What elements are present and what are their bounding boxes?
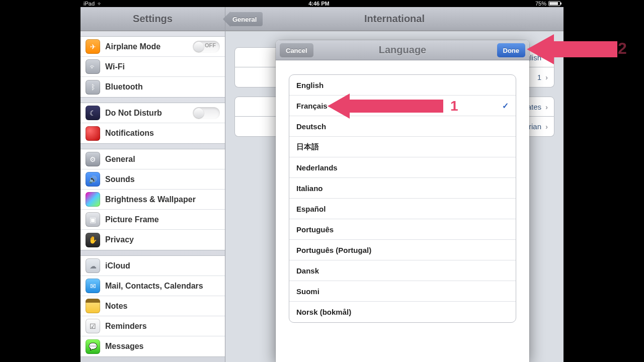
speaker-icon: 🔊: [86, 172, 100, 187]
settings-sidebar: Settings ✈ Airplane Mode OFF ᯤ Wi-Fi ᛒ: [80, 7, 225, 362]
notifications-icon: [86, 126, 100, 141]
ipad-screen: iPad ᯤ 4:46 PM 75% Settings ✈ Airplane M…: [80, 0, 564, 362]
language-option[interactable]: Suomi: [289, 281, 516, 302]
sidebar-item-label: Airplane Mode: [105, 42, 160, 51]
language-option[interactable]: 日本語: [289, 137, 516, 157]
language-option-label: Français: [296, 102, 328, 110]
sidebar-item-wifi[interactable]: ᯤ Wi-Fi: [80, 57, 225, 77]
sidebar-item-pictureframe[interactable]: ▣ Picture Frame: [80, 210, 225, 230]
sidebar-title: Settings: [133, 13, 173, 25]
chevron-right-icon: ›: [545, 122, 548, 131]
sidebar-item-reminders[interactable]: ☑ Reminders: [80, 316, 225, 336]
wifi-settings-icon: ᯤ: [86, 59, 100, 74]
sidebar-scroll[interactable]: ✈ Airplane Mode OFF ᯤ Wi-Fi ᛒ Bluetooth: [80, 31, 225, 362]
sidebar-item-label: Notes: [105, 302, 127, 311]
gear-icon: ⚙: [86, 152, 100, 166]
sidebar-item-label: Wi-Fi: [105, 62, 125, 71]
language-option[interactable]: Nederlands: [289, 157, 516, 178]
sidebar-item-sounds[interactable]: 🔊 Sounds: [80, 169, 225, 190]
detail-title: International: [364, 13, 425, 25]
language-modal: Cancel Language Done EnglishFrançais✓Deu…: [276, 40, 529, 362]
sidebar-item-privacy[interactable]: ✋ Privacy: [80, 230, 225, 250]
bluetooth-icon: ᛒ: [86, 80, 100, 95]
notes-icon: [86, 299, 100, 313]
sidebar-item-notifications[interactable]: Notifications: [80, 123, 225, 143]
dnd-toggle[interactable]: [193, 107, 220, 119]
sidebar-item-bluetooth[interactable]: ᛒ Bluetooth: [80, 77, 225, 97]
chevron-right-icon: ›: [545, 103, 548, 111]
device-name: iPad: [84, 1, 95, 7]
picture-frame-icon: ▣: [86, 212, 100, 227]
cloud-icon: ☁: [86, 258, 100, 273]
mail-icon: ✉: [86, 279, 100, 293]
messages-icon: 💬: [86, 339, 100, 354]
language-option[interactable]: Português: [289, 219, 516, 240]
airplane-toggle[interactable]: OFF: [193, 41, 220, 53]
annotation-label-2: 2: [618, 39, 627, 58]
sidebar-item-airplane[interactable]: ✈ Airplane Mode OFF: [80, 37, 225, 57]
sidebar-item-messages[interactable]: 💬 Messages: [80, 336, 225, 356]
back-button[interactable]: General: [229, 12, 263, 26]
language-option[interactable]: Português (Portugal): [289, 240, 516, 260]
language-option[interactable]: Dansk: [289, 260, 516, 281]
language-option-label: Nederlands: [296, 163, 338, 172]
reminders-icon: ☑: [86, 319, 100, 333]
sidebar-item-label: Privacy: [105, 235, 134, 244]
sidebar-group: ☾ Do Not Disturb Notifications: [80, 103, 225, 144]
language-option-label: 日本語: [296, 142, 319, 152]
battery-icon: [548, 1, 560, 6]
language-option[interactable]: Deutsch: [289, 116, 516, 137]
sidebar-item-label: Brightness & Wallpaper: [105, 195, 196, 204]
sidebar-item-dnd[interactable]: ☾ Do Not Disturb: [80, 103, 225, 123]
detail-value: 1: [537, 73, 541, 81]
sidebar-group: ✈ Airplane Mode OFF ᯤ Wi-Fi ᛒ Bluetooth: [80, 36, 225, 98]
language-option-label: Dansk: [296, 266, 319, 275]
language-option-label: Português: [296, 225, 334, 234]
language-option-label: Português (Portugal): [296, 246, 371, 254]
chevron-right-icon: ›: [545, 53, 548, 62]
checkmark-icon: ✓: [502, 101, 509, 111]
done-button[interactable]: Done: [497, 43, 526, 57]
sidebar-item-label: Notifications: [105, 129, 154, 138]
language-option[interactable]: English: [289, 75, 516, 96]
language-option-label: Suomi: [296, 287, 319, 296]
annotation-label-1: 1: [450, 98, 458, 114]
moon-icon: ☾: [86, 106, 100, 120]
sidebar-item-label: Picture Frame: [105, 215, 159, 224]
language-option-label: Español: [296, 205, 326, 213]
sidebar-item-brightness[interactable]: Brightness & Wallpaper: [80, 190, 225, 210]
sidebar-item-icloud[interactable]: ☁ iCloud: [80, 256, 225, 276]
sidebar-item-label: Sounds: [105, 175, 135, 184]
brightness-icon: [86, 192, 100, 207]
cancel-button[interactable]: Cancel: [280, 43, 313, 57]
status-bar: iPad ᯤ 4:46 PM 75%: [80, 0, 564, 7]
sidebar-navbar: Settings: [80, 7, 225, 31]
language-option-label: English: [296, 81, 324, 89]
language-option-label: Norsk (bokmål): [296, 308, 351, 316]
wifi-icon: ᯤ: [98, 1, 103, 7]
sidebar-item-label: Bluetooth: [105, 82, 143, 92]
chevron-right-icon: ›: [545, 73, 548, 81]
detail-navbar: General International: [225, 7, 564, 31]
language-option[interactable]: Español: [289, 199, 516, 219]
language-option[interactable]: Italiano: [289, 178, 516, 199]
sidebar-item-label: iCloud: [105, 261, 130, 270]
hand-icon: ✋: [86, 233, 100, 247]
language-option-label: Italiano: [296, 184, 323, 193]
language-option[interactable]: Norsk (bokmål): [289, 302, 516, 322]
sidebar-item-mail[interactable]: ✉ Mail, Contacts, Calendars: [80, 276, 225, 296]
sidebar-item-label: Do Not Disturb: [105, 109, 162, 118]
status-time: 4:46 PM: [103, 1, 535, 7]
sidebar-item-label: General: [105, 155, 135, 164]
modal-body[interactable]: EnglishFrançais✓Deutsch日本語NederlandsItal…: [276, 60, 529, 337]
sidebar-item-general[interactable]: ⚙ General: [80, 149, 225, 169]
sidebar-item-notes[interactable]: Notes: [80, 296, 225, 316]
modal-title: Language: [379, 44, 426, 56]
sidebar-group: ⚙ General 🔊 Sounds Brightness & Wallpape…: [80, 149, 225, 250]
sidebar-group: ☁ iCloud ✉ Mail, Contacts, Calendars Not…: [80, 255, 225, 357]
sidebar-item-label: Reminders: [105, 322, 147, 331]
language-option[interactable]: Français✓: [289, 96, 516, 116]
sidebar-item-label: Messages: [105, 342, 144, 351]
language-option-label: Deutsch: [296, 122, 326, 131]
airplane-icon: ✈: [86, 39, 100, 54]
